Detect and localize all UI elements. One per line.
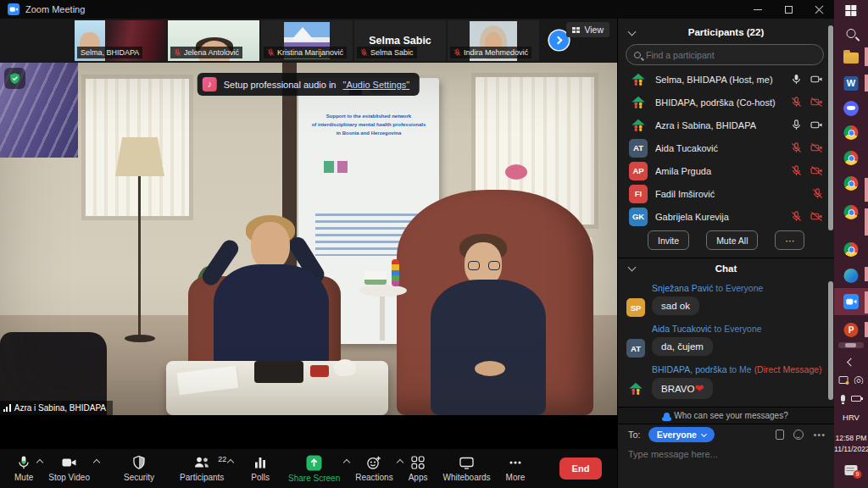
edge-icon[interactable]: [844, 269, 859, 283]
chrome-icon[interactable]: [844, 242, 859, 257]
taskbar-clock[interactable]: 12:58 PM 11/11/2022: [834, 433, 868, 455]
apps-icon: [410, 455, 426, 470]
chat-message-input[interactable]: [628, 449, 824, 459]
thumbnail-name-label: Selma, BHIDAPA: [77, 47, 142, 58]
camera-off-icon: [810, 142, 823, 153]
participant-row[interactable]: AP Amila Prguda: [618, 159, 834, 182]
chat-scrollbar[interactable]: [828, 281, 833, 400]
search-input[interactable]: [646, 50, 815, 60]
video-thumbnail[interactable]: Selma Sabic Selma Sabic: [354, 20, 446, 61]
thumbnail-name-label: Kristina Marijanović: [264, 47, 347, 58]
invite-button[interactable]: Invite: [648, 230, 689, 250]
battery-icon[interactable]: [851, 396, 861, 402]
chat-sender: Aida Tucaković: [652, 324, 712, 334]
participants-more-button[interactable]: ⋯: [775, 230, 804, 250]
thumbnail-name-label: Indira Mehmedović: [450, 47, 531, 58]
chrome-icon[interactable]: [844, 205, 859, 219]
muted-mic-icon: [267, 48, 275, 57]
mute-button[interactable]: Mute: [7, 449, 41, 488]
more-button[interactable]: More: [498, 449, 533, 488]
video-thumbnail-strip: Selma, BHIDAPA Jelena Antolović Kristina…: [0, 19, 617, 63]
mic-muted-icon: [812, 188, 823, 199]
zoom-taskbar-icon[interactable]: [843, 294, 859, 309]
participant-row[interactable]: FI Fadil Imširović: [618, 182, 834, 205]
participant-row[interactable]: BHIDAPA, podrška (Co-host): [618, 91, 834, 114]
hidden-icons-chevron[interactable]: [847, 358, 855, 367]
encryption-badge[interactable]: [4, 68, 25, 89]
window-edge-strip: [865, 267, 868, 281]
word-icon[interactable]: [844, 76, 859, 91]
participant-row[interactable]: AT Aida Tucaković: [618, 136, 834, 159]
muted-mic-icon: [453, 48, 461, 57]
file-explorer-icon[interactable]: [843, 53, 859, 64]
notification-center-icon[interactable]: 9: [845, 465, 858, 475]
view-button[interactable]: View: [566, 22, 609, 37]
taskbar-scroll-slider[interactable]: [838, 342, 864, 348]
notification-count-badge: 9: [854, 470, 862, 479]
share-screen-button[interactable]: Share Screen: [281, 449, 348, 488]
participant-row[interactable]: Selma, BHIDAPA (Host, me): [618, 68, 834, 91]
video-thumbnail[interactable]: Jelena Antolović: [168, 20, 259, 61]
initials-avatar: SP: [626, 298, 645, 317]
chevron-down-icon[interactable]: [628, 263, 637, 272]
music-note-icon: [203, 77, 217, 92]
tray-mic-icon[interactable]: [841, 395, 845, 402]
maximize-icon: [785, 6, 793, 14]
participants-options-caret[interactable]: [227, 459, 234, 466]
chat-recipient: to Everyone: [715, 283, 763, 293]
system-tray-row: [841, 395, 861, 402]
mute-all-button[interactable]: Mute All: [706, 230, 758, 250]
windows-start-icon[interactable]: [845, 5, 856, 16]
video-options-caret[interactable]: [93, 459, 100, 466]
participant-search-box[interactable]: [626, 44, 824, 65]
active-speaker-video: Support to the established network of in…: [0, 63, 617, 415]
chat-message: BHIDAPA, podrška to Me (Direct Message) …: [618, 359, 834, 402]
participants-scrollbar[interactable]: [828, 25, 833, 230]
polls-button[interactable]: Polls: [243, 449, 277, 488]
emoji-icon[interactable]: [793, 430, 804, 440]
file-attach-icon[interactable]: [776, 430, 784, 440]
whiteboards-button[interactable]: Whiteboards: [435, 449, 498, 488]
polls-icon: [253, 455, 268, 470]
window-edge-strip: [865, 178, 868, 202]
chat-privacy-note[interactable]: Who can see your messages?: [618, 407, 834, 424]
chrome-icon[interactable]: [844, 125, 859, 140]
mic-muted-icon: [791, 97, 802, 108]
recipient-selector[interactable]: Everyone: [648, 427, 715, 442]
stop-video-button[interactable]: Stop Video: [41, 449, 97, 488]
bhidapa-logo-avatar: [629, 70, 648, 89]
taskbar-search-icon[interactable]: [847, 29, 856, 38]
language-indicator[interactable]: HRV: [843, 413, 860, 422]
meeting-main-area: Selma, BHIDAPA Jelena Antolović Kristina…: [0, 19, 617, 488]
participant-row[interactable]: Azra i Sabina, BHIDAPA: [618, 114, 834, 136]
audio-settings-link[interactable]: "Audio Settings": [342, 80, 409, 90]
end-meeting-button[interactable]: End: [559, 458, 602, 480]
minimize-button[interactable]: [743, 0, 773, 19]
participants-button[interactable]: Participants 22: [172, 449, 231, 488]
clock-time: 12:58 PM: [834, 433, 868, 444]
microphone-icon: [16, 455, 31, 470]
powerpoint-icon[interactable]: [844, 323, 859, 337]
maximize-button[interactable]: [773, 0, 804, 19]
reactions-button[interactable]: Reactions: [348, 449, 400, 488]
security-button[interactable]: Security: [116, 449, 162, 488]
apps-button[interactable]: Apps: [401, 449, 436, 488]
reactions-smiley-icon: [366, 455, 381, 470]
discord-icon[interactable]: [843, 101, 859, 116]
video-thumbnail[interactable]: Selma, BHIDAPA: [75, 20, 166, 61]
chrome-icon[interactable]: [844, 151, 859, 165]
chat-bubble: da, čujem: [652, 337, 713, 356]
video-thumbnail[interactable]: Kristina Marijanović: [261, 20, 353, 61]
chrome-icon[interactable]: [844, 176, 859, 191]
photos-tray-icon[interactable]: [839, 376, 849, 384]
wifi-icon[interactable]: [854, 376, 864, 384]
video-thumbnail[interactable]: Indira Mehmedović: [448, 20, 539, 61]
participant-row[interactable]: GK Gabrijela Kurevija: [618, 205, 834, 228]
initials-avatar: GK: [629, 208, 648, 226]
chevron-down-icon[interactable]: [628, 28, 637, 36]
window-edge-strip: [865, 47, 868, 66]
close-button[interactable]: [804, 0, 834, 19]
chat-more-icon[interactable]: •••: [813, 432, 826, 437]
person-icon: [664, 413, 670, 419]
initials-avatar: AT: [629, 139, 648, 158]
